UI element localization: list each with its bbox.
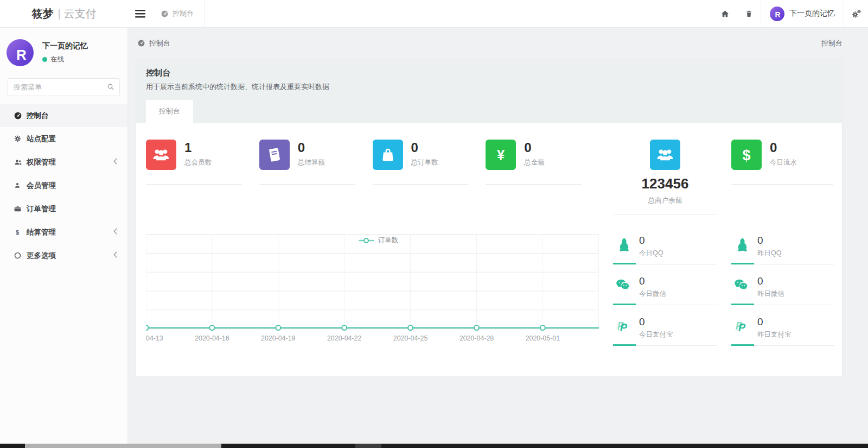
divider (146, 184, 242, 185)
users-group-icon (152, 146, 170, 164)
menu-search (8, 78, 120, 96)
chevron-left-icon (113, 251, 118, 260)
panel-title: 控制台 (146, 68, 832, 78)
svg-text:P: P (738, 321, 746, 333)
app-logo: 筱梦 |云支付 (0, 0, 128, 27)
orders-chart: 订单数 04-132020-04-162020-04-192020-04-222… (146, 234, 599, 357)
yen-icon: ¥ (492, 146, 510, 164)
mini-stat-yesterday-alipay: PP 0 昨日支付宝 (731, 317, 834, 346)
sidebar-item-site-config[interactable]: 站点配置 (0, 127, 127, 150)
stat-label: 总结算额 (298, 158, 325, 167)
user-avatar: R (770, 7, 784, 21)
qq-icon (731, 236, 751, 254)
mini-stat-value: 0 (757, 235, 781, 247)
paypal-icon: PP (731, 318, 751, 335)
circle-outline-icon (14, 251, 27, 260)
accent-divider (731, 305, 834, 305)
divider (486, 184, 582, 185)
clear-cache-button[interactable] (737, 0, 761, 27)
menu-search-input[interactable] (8, 78, 120, 96)
wechat-icon (613, 277, 633, 293)
settings-button[interactable] (844, 0, 868, 27)
search-icon[interactable] (106, 83, 115, 93)
chevron-left-icon (113, 228, 118, 237)
mini-stat-label: 今日QQ (639, 249, 663, 258)
chart-legend[interactable]: 订单数 (359, 236, 398, 245)
home-button[interactable] (713, 0, 737, 27)
svg-text:$: $ (16, 229, 19, 235)
sidebar-item-members[interactable]: 会员管理 (0, 174, 127, 197)
chevron-left-icon (113, 157, 118, 167)
svg-text:2020-04-28: 2020-04-28 (459, 335, 494, 342)
svg-text:04-13: 04-13 (146, 335, 163, 342)
user-name: 下一页的记忆 (789, 9, 835, 18)
breadcrumb-dashboard-link[interactable]: 控制台 (137, 39, 170, 48)
stat-value: 1 (184, 141, 212, 155)
book-icon (266, 146, 283, 163)
amount-tile: ¥ (486, 140, 516, 170)
users-group-icon (656, 146, 674, 164)
trash-icon (745, 9, 753, 18)
hamburger-icon (135, 10, 145, 18)
online-status-dot (42, 57, 47, 62)
panel-description: 用于展示当前系统中的统计数据、统计报表及重要实时数据 (146, 82, 832, 92)
open-tab-dashboard[interactable]: 控制台 (152, 0, 205, 27)
accent-divider (613, 345, 717, 346)
scrollbar-thumb[interactable] (25, 444, 221, 448)
stat-label: 总订单数 (411, 158, 438, 167)
mini-stat-label: 昨日微信 (757, 289, 784, 299)
stat-value: 0 (524, 141, 545, 155)
divider (613, 214, 717, 214)
divider (259, 184, 355, 185)
user-icon (14, 181, 27, 190)
online-status-label: 在线 (50, 55, 64, 64)
settlement-tile (259, 140, 290, 170)
accent-divider (613, 305, 717, 305)
qq-icon (613, 236, 633, 254)
mini-stat-value: 0 (639, 235, 663, 247)
merchant-balance-value: 123456 (613, 175, 717, 192)
svg-text:2020-05-01: 2020-05-01 (526, 335, 560, 342)
breadcrumb: 控制台 控制台 (128, 28, 868, 59)
cogs-icon (851, 9, 861, 18)
stat-label: 总会员数 (184, 158, 212, 167)
profile-name: 下一页的记忆 (42, 41, 88, 51)
svg-text:2020-04-25: 2020-04-25 (393, 335, 428, 342)
topbar-actions: R 下一页的记忆 (713, 0, 868, 27)
profile-avatar[interactable]: R (7, 39, 34, 66)
sidebar-item-settlement[interactable]: $ 结算管理 (0, 220, 127, 244)
stat-card-total-members: 1 总会员数 (146, 140, 259, 214)
sidebar-nav: 控制台 站点配置 权限管理 会员管理 (0, 104, 127, 267)
sidebar-toggle-button[interactable] (128, 0, 152, 27)
gauge-icon (137, 39, 145, 47)
tab-strip: 控制台 (146, 100, 832, 123)
profile-status: 在线 (42, 55, 88, 64)
stat-cards-row: 1 总会员数 (146, 140, 599, 214)
today-mini-stats: 0 今日QQ (613, 235, 717, 357)
sidebar-item-more-options[interactable]: 更多选项 (0, 244, 127, 267)
brand-name: 筱梦 (31, 7, 53, 21)
stat-card-total-amount: ¥ 0 总金额 (486, 140, 599, 214)
svg-text:2020-04-19: 2020-04-19 (261, 335, 296, 342)
legend-marker-icon (359, 237, 374, 244)
svg-text:¥: ¥ (497, 147, 505, 162)
horizontal-scrollbar[interactable] (0, 444, 868, 448)
panel-body: 1 总会员数 (136, 123, 843, 376)
tab-dashboard[interactable]: 控制台 (146, 100, 193, 123)
user-menu[interactable]: R 下一页的记忆 (761, 0, 844, 27)
sidebar-item-dashboard[interactable]: 控制台 (0, 104, 127, 127)
merchant-tile (650, 140, 680, 170)
scrollbar-segment (355, 444, 381, 448)
svg-text:2020-04-16: 2020-04-16 (195, 335, 229, 342)
mini-stat-yesterday-wechat: 0 昨日微信 (731, 276, 834, 305)
svg-text:P: P (620, 321, 628, 333)
stat-label: 总金额 (524, 158, 545, 167)
mini-stat-value: 0 (757, 317, 792, 328)
stat-value: 0 (770, 141, 797, 155)
accent-divider (613, 264, 717, 264)
sidebar-item-permissions[interactable]: 权限管理 (0, 150, 127, 174)
legend-label: 订单数 (378, 236, 398, 245)
wechat-icon (731, 277, 751, 293)
mini-stat-today-qq: 0 今日QQ (613, 235, 717, 264)
sidebar-item-orders[interactable]: 订单管理 (0, 197, 127, 220)
